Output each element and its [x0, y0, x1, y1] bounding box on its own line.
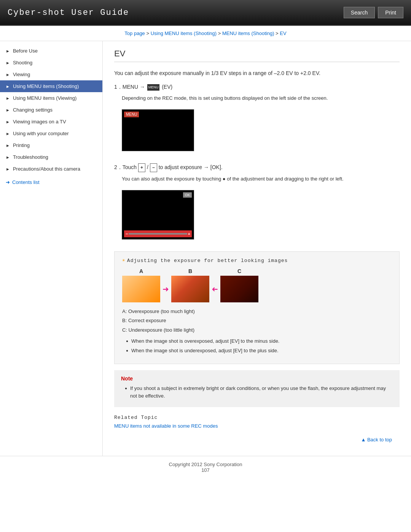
bullet-overexposed: When the image shot is overexposed, adju…	[126, 337, 392, 345]
arrow-pink-right: ➜	[162, 284, 169, 294]
exposure-c-desc: C: Underexposure (too little light)	[122, 326, 392, 334]
sidebar-label: Changing settings	[13, 107, 53, 113]
ev-slider-track	[129, 233, 187, 235]
sidebar-label: Using MENU items (Shooting)	[13, 83, 79, 89]
contents-list-link[interactable]: ➜ Contents list	[0, 175, 102, 190]
menu-label: MENU	[124, 112, 139, 117]
arrow-icon: ►	[6, 143, 10, 148]
exposure-bullet-list: When the image shot is overexposed, adju…	[126, 337, 392, 355]
header: Cyber-shot User Guide Search Print	[0, 0, 411, 26]
tip-box: ☀Adjusting the exposure for better looki…	[114, 251, 400, 364]
breadcrumb-sep3: >	[276, 30, 280, 36]
arrow-icon: ►	[6, 167, 10, 171]
arrow-pink-left: ➜	[212, 284, 218, 294]
footer-page-num: 107	[201, 467, 210, 473]
arrow-icon: ►	[6, 72, 10, 77]
step2-sub: You can also adjust the exposure by touc…	[122, 175, 400, 183]
arrow-icon: ►	[6, 61, 10, 65]
arrow-icon: ►	[6, 96, 10, 101]
exposure-label-c: C	[237, 268, 241, 274]
step1-text: 1．MENU → MENU (EV)	[114, 83, 400, 91]
arrow-right-icon: ➜	[6, 179, 10, 185]
sidebar-item-changing-settings[interactable]: ► Changing settings	[0, 104, 102, 116]
breadcrumb-using-menu-shooting[interactable]: Using MENU items (Shooting)	[151, 30, 217, 36]
search-button[interactable]: Search	[344, 7, 375, 18]
note-list: If you shoot a subject in extremely brig…	[125, 385, 393, 401]
sidebar-item-precautions[interactable]: ► Precautions/About this camera	[0, 163, 102, 175]
note-box: Note If you shoot a subject in extremely…	[114, 370, 400, 407]
back-to-top-link[interactable]: ▲ Back to top	[361, 437, 392, 443]
sidebar-label: Printing	[13, 142, 30, 148]
ev-slider: − +	[124, 230, 192, 237]
step1: 1．MENU → MENU (EV) Depending on the REC …	[114, 83, 400, 157]
ok-button: OK	[183, 192, 192, 198]
exposure-group-b: B	[171, 268, 209, 302]
plus-button-label: +	[138, 163, 145, 172]
breadcrumb-sep1: >	[146, 30, 150, 36]
step2: 2．Touch + / − to adjust exposure → [OK].…	[114, 163, 400, 245]
tip-icon: ☀	[122, 258, 126, 264]
footer: Copyright 2012 Sony Corporation 107	[0, 456, 411, 478]
sidebar-label: Using with your computer	[13, 131, 69, 136]
ev-plus-label: +	[188, 232, 190, 236]
sidebar-item-troubleshooting[interactable]: ► Troubleshooting	[0, 151, 102, 163]
breadcrumb-sep2: >	[218, 30, 222, 36]
sidebar-item-using-menu-shooting[interactable]: ► Using MENU items (Shooting)	[0, 80, 102, 92]
arrow-icon: ►	[6, 49, 10, 53]
page-title: EV	[114, 49, 400, 62]
sidebar-label: Shooting	[13, 60, 32, 66]
back-to-top-row: ▲ Back to top	[114, 433, 400, 444]
sidebar-label: Precautions/About this camera	[13, 166, 80, 172]
minus-button-label: −	[150, 163, 157, 172]
breadcrumb-menu-items-shooting[interactable]: MENU items (Shooting)	[222, 30, 274, 36]
sidebar-label: Using MENU items (Viewing)	[13, 95, 76, 101]
sidebar-label: Troubleshooting	[13, 154, 48, 160]
exposure-group-a: A	[122, 268, 160, 302]
arrow-icon: ►	[6, 108, 10, 112]
exposure-img-a	[122, 276, 160, 302]
arrow-icon: ►	[6, 120, 10, 124]
sidebar-item-computer[interactable]: ► Using with your computer	[0, 128, 102, 139]
exposure-row: A ➜ B ➜ C	[122, 268, 392, 302]
breadcrumb-ev[interactable]: EV	[280, 30, 286, 36]
menu-icon: MENU	[147, 84, 160, 90]
exposure-label-b: B	[188, 268, 192, 274]
related-label: Related Topic	[114, 415, 400, 420]
exposure-group-c: C	[220, 268, 258, 302]
sidebar-label: Viewing images on a TV	[13, 119, 66, 125]
intro-text: You can adjust the exposure manually in …	[114, 69, 400, 77]
sidebar-label: Before Use	[13, 48, 38, 54]
exposure-img-c	[220, 276, 258, 302]
sidebar-label: Viewing	[13, 72, 30, 77]
note-title: Note	[121, 375, 393, 382]
step1-sub: Depending on the REC mode, this is set u…	[122, 94, 400, 102]
arrow-icon: ►	[6, 84, 10, 89]
exposure-a-desc: A: Overexposure (too much light)	[122, 308, 392, 316]
header-buttons: Search Print	[344, 7, 403, 18]
exposure-b-desc: B: Correct exposure	[122, 317, 392, 325]
sidebar-item-using-menu-viewing[interactable]: ► Using MENU items (Viewing)	[0, 92, 102, 104]
sidebar-item-printing[interactable]: ► Printing	[0, 139, 102, 151]
print-button[interactable]: Print	[378, 7, 403, 18]
related-topic: Related Topic MENU items not available i…	[114, 415, 400, 429]
ev-screen-mockup: OK − +	[122, 190, 194, 240]
exposure-label-a: A	[139, 268, 143, 274]
related-link[interactable]: MENU items not available in some REC mod…	[114, 423, 218, 429]
note-item-1: If you shoot a subject in extremely brig…	[125, 385, 393, 401]
sidebar-item-viewing-tv[interactable]: ► Viewing images on a TV	[0, 116, 102, 128]
app-title: Cyber-shot User Guide	[8, 8, 129, 18]
bullet-underexposed: When the image shot is underexposed, adj…	[126, 347, 392, 355]
ev-minus-label: −	[126, 232, 128, 236]
sidebar: ► Before Use ► Shooting ► Viewing ► Usin…	[0, 41, 103, 456]
sidebar-item-viewing[interactable]: ► Viewing	[0, 69, 102, 80]
main-layout: ► Before Use ► Shooting ► Viewing ► Usin…	[0, 41, 411, 456]
sidebar-item-shooting[interactable]: ► Shooting	[0, 57, 102, 69]
step2-text: 2．Touch + / − to adjust exposure → [OK].	[114, 163, 400, 172]
exposure-img-b	[171, 276, 209, 302]
footer-copyright: Copyright 2012 Sony Corporation	[169, 462, 242, 467]
content-area: EV You can adjust the exposure manually …	[103, 41, 411, 456]
sidebar-item-before-use[interactable]: ► Before Use	[0, 45, 102, 57]
breadcrumb-top[interactable]: Top page	[124, 30, 145, 36]
breadcrumb: Top page > Using MENU items (Shooting) >…	[0, 26, 411, 41]
arrow-icon: ►	[6, 155, 10, 160]
